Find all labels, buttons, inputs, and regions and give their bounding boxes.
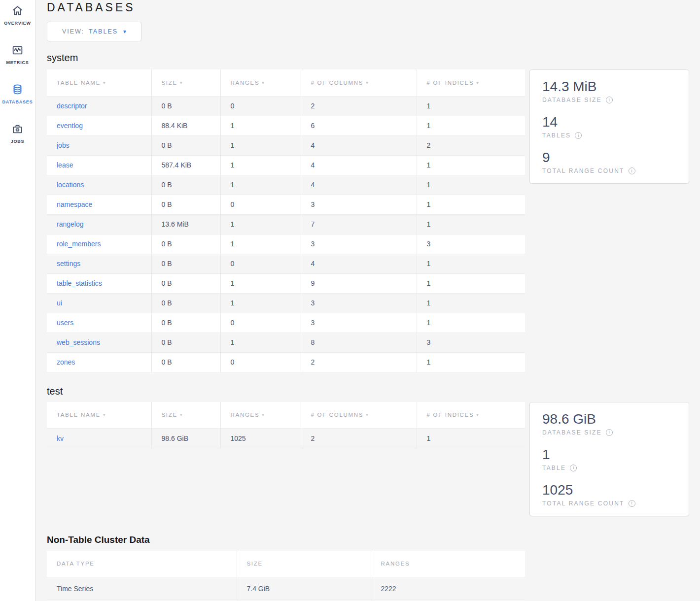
cell: 2 xyxy=(301,352,417,372)
sidebar-item-label: DATABASES xyxy=(2,100,33,104)
cell: 3 xyxy=(417,234,525,254)
sort-caret-icon: ▾ xyxy=(476,412,479,417)
cell-table-name: rangelog xyxy=(47,214,151,234)
table-row: locations0 B141 xyxy=(47,175,525,195)
stat-label-text: TOTAL RANGE COUNT xyxy=(542,167,625,174)
cell-table-name: eventlog xyxy=(47,116,151,135)
cell-table-name: lease xyxy=(47,155,151,175)
table-link[interactable]: users xyxy=(57,319,73,327)
table-link[interactable]: lease xyxy=(57,161,73,169)
cell: 13.6 MiB xyxy=(151,214,220,234)
column-header-size: SIZE xyxy=(237,551,371,577)
cell: 1 xyxy=(417,254,525,273)
column-header-of-columns[interactable]: # OF COLUMNS▾ xyxy=(301,69,417,96)
cell-table-name: locations xyxy=(47,175,151,195)
column-header-ranges[interactable]: RANGES▾ xyxy=(220,69,301,96)
metrics-icon xyxy=(11,44,24,57)
column-header-size[interactable]: SIZE▾ xyxy=(151,69,220,96)
cell: 2 xyxy=(301,96,417,116)
stat-value: 9 xyxy=(542,150,676,166)
table-row: eventlog88.4 KiB161 xyxy=(47,116,525,135)
cell: 0 B xyxy=(151,333,220,352)
table-link[interactable]: zones xyxy=(57,358,75,366)
sidebar-item-overview[interactable]: OVERVIEW xyxy=(0,0,35,39)
sort-caret-icon: ▾ xyxy=(180,80,183,85)
sort-caret-icon: ▾ xyxy=(103,412,106,417)
cell: 0 B xyxy=(151,175,220,195)
column-label: DATA TYPE xyxy=(57,561,95,567)
table-row: role_members0 B133 xyxy=(47,234,525,254)
table-link[interactable]: jobs xyxy=(57,141,70,149)
stat-label-text: TOTAL RANGE COUNT xyxy=(542,500,625,507)
table-link[interactable]: descriptor xyxy=(57,102,87,110)
sidebar-item-metrics[interactable]: METRICS xyxy=(0,39,35,79)
table-link[interactable]: role_members xyxy=(57,240,101,248)
column-label: # OF INDICES xyxy=(427,80,474,86)
database-name: system xyxy=(47,52,700,64)
column-header-of-indices[interactable]: # OF INDICES▾ xyxy=(417,402,525,429)
cell: 587.4 KiB xyxy=(151,155,220,175)
column-label: SIZE xyxy=(247,561,263,567)
cell: 1025 xyxy=(220,429,301,448)
table-link[interactable]: ui xyxy=(57,299,62,307)
cell: 3 xyxy=(301,313,417,333)
sort-caret-icon: ▾ xyxy=(366,412,369,417)
cell: 3 xyxy=(301,195,417,214)
column-header-size[interactable]: SIZE▾ xyxy=(151,402,220,429)
table-row: table_statistics0 B191 xyxy=(47,273,525,293)
cell-table-name: settings xyxy=(47,254,151,273)
table-row: ui0 B131 xyxy=(47,293,525,313)
sidebar-item-label: METRICS xyxy=(6,60,29,65)
column-header-of-indices[interactable]: # OF INDICES▾ xyxy=(417,69,525,96)
table-row: namespace0 B031 xyxy=(47,195,525,214)
table-link[interactable]: kv xyxy=(57,434,64,442)
table-link[interactable]: settings xyxy=(57,260,80,267)
cell-table-name: zones xyxy=(47,352,151,372)
sort-caret-icon: ▾ xyxy=(180,412,183,417)
table-link[interactable]: eventlog xyxy=(57,122,83,130)
column-label: RANGES xyxy=(381,561,410,567)
table-link[interactable]: locations xyxy=(57,181,84,189)
cell: 88.4 KiB xyxy=(151,116,220,135)
table-link[interactable]: namespace xyxy=(57,200,92,208)
column-header-table-name[interactable]: TABLE NAME▾ xyxy=(47,69,151,96)
cell: 0 B xyxy=(151,254,220,273)
info-icon[interactable]: i xyxy=(570,465,577,471)
info-icon[interactable]: i xyxy=(575,132,582,139)
cell: 4 xyxy=(301,135,417,155)
table-link[interactable]: rangelog xyxy=(57,220,84,228)
view-dropdown[interactable]: VIEW: TABLES ▾ xyxy=(47,22,141,41)
summary-stat: 1TABLEi xyxy=(542,447,676,471)
cell: 98.6 GiB xyxy=(151,429,220,448)
info-icon[interactable]: i xyxy=(606,429,613,436)
column-header-of-columns[interactable]: # OF COLUMNS▾ xyxy=(301,402,417,429)
tables-table-system: TABLE NAME▾SIZE▾RANGES▾# OF COLUMNS▾# OF… xyxy=(47,69,525,372)
cell: 0 B xyxy=(151,234,220,254)
cell: 8 xyxy=(301,333,417,352)
cell-table-name: users xyxy=(47,313,151,333)
column-header-table-name[interactable]: TABLE NAME▾ xyxy=(47,402,151,429)
table-row: settings0 B041 xyxy=(47,254,525,273)
cell: 4 xyxy=(301,155,417,175)
cell: 1 xyxy=(220,116,301,135)
column-label: RANGES xyxy=(231,412,260,418)
cell: 1 xyxy=(417,175,525,195)
info-icon[interactable]: i xyxy=(606,97,613,103)
info-icon[interactable]: i xyxy=(629,500,635,507)
table-link[interactable]: web_sessions xyxy=(57,338,100,346)
cell: 0 xyxy=(220,254,301,273)
table-link[interactable]: table_statistics xyxy=(57,279,102,287)
table-row: jobs0 B142 xyxy=(47,135,525,155)
column-label: # OF INDICES xyxy=(427,412,474,418)
cell: 0 B xyxy=(151,195,220,214)
sidebar-item-jobs[interactable]: JOBS xyxy=(0,118,35,158)
column-header-ranges[interactable]: RANGES▾ xyxy=(220,402,301,429)
table-row: kv98.6 GiB102521 xyxy=(47,429,525,448)
info-icon[interactable]: i xyxy=(629,167,635,174)
summary-card-system: 14.3 MiBDATABASE SIZEi14TABLESi9TOTAL RA… xyxy=(529,69,689,184)
sidebar-item-label: OVERVIEW xyxy=(4,21,31,26)
database-section-system: system TABLE NAME▾SIZE▾RANGES▾# OF COLUM… xyxy=(47,52,700,372)
cell: 1 xyxy=(417,313,525,333)
sidebar-item-databases[interactable]: DATABASES xyxy=(0,79,35,118)
cell: 1 xyxy=(417,293,525,313)
